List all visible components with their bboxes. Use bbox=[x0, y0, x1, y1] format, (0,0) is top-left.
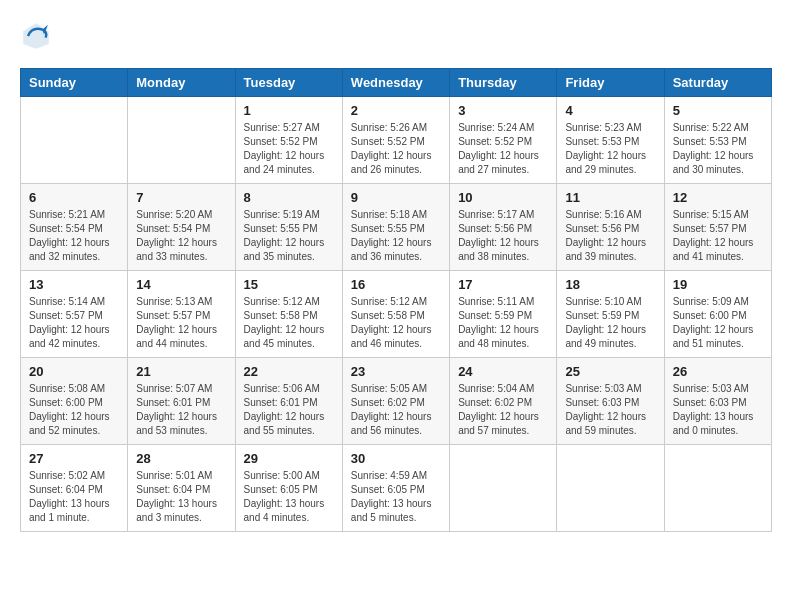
day-number: 22 bbox=[244, 364, 334, 379]
day-info: Sunrise: 5:00 AMSunset: 6:05 PMDaylight:… bbox=[244, 469, 334, 525]
calendar-cell: 19Sunrise: 5:09 AMSunset: 6:00 PMDayligh… bbox=[664, 271, 771, 358]
calendar-cell: 25Sunrise: 5:03 AMSunset: 6:03 PMDayligh… bbox=[557, 358, 664, 445]
calendar-cell: 22Sunrise: 5:06 AMSunset: 6:01 PMDayligh… bbox=[235, 358, 342, 445]
calendar-cell: 7Sunrise: 5:20 AMSunset: 5:54 PMDaylight… bbox=[128, 184, 235, 271]
day-number: 9 bbox=[351, 190, 441, 205]
day-number: 13 bbox=[29, 277, 119, 292]
calendar-cell: 14Sunrise: 5:13 AMSunset: 5:57 PMDayligh… bbox=[128, 271, 235, 358]
calendar-cell: 2Sunrise: 5:26 AMSunset: 5:52 PMDaylight… bbox=[342, 97, 449, 184]
week-row-5: 27Sunrise: 5:02 AMSunset: 6:04 PMDayligh… bbox=[21, 445, 772, 532]
calendar-cell: 23Sunrise: 5:05 AMSunset: 6:02 PMDayligh… bbox=[342, 358, 449, 445]
day-number: 14 bbox=[136, 277, 226, 292]
day-number: 2 bbox=[351, 103, 441, 118]
day-info: Sunrise: 5:11 AMSunset: 5:59 PMDaylight:… bbox=[458, 295, 548, 351]
day-info: Sunrise: 5:13 AMSunset: 5:57 PMDaylight:… bbox=[136, 295, 226, 351]
week-row-3: 13Sunrise: 5:14 AMSunset: 5:57 PMDayligh… bbox=[21, 271, 772, 358]
calendar-cell: 11Sunrise: 5:16 AMSunset: 5:56 PMDayligh… bbox=[557, 184, 664, 271]
day-number: 4 bbox=[565, 103, 655, 118]
calendar-cell: 6Sunrise: 5:21 AMSunset: 5:54 PMDaylight… bbox=[21, 184, 128, 271]
calendar-cell: 15Sunrise: 5:12 AMSunset: 5:58 PMDayligh… bbox=[235, 271, 342, 358]
day-number: 26 bbox=[673, 364, 763, 379]
calendar-cell: 27Sunrise: 5:02 AMSunset: 6:04 PMDayligh… bbox=[21, 445, 128, 532]
calendar-cell bbox=[21, 97, 128, 184]
calendar-cell: 16Sunrise: 5:12 AMSunset: 5:58 PMDayligh… bbox=[342, 271, 449, 358]
week-row-4: 20Sunrise: 5:08 AMSunset: 6:00 PMDayligh… bbox=[21, 358, 772, 445]
day-info: Sunrise: 5:03 AMSunset: 6:03 PMDaylight:… bbox=[565, 382, 655, 438]
day-info: Sunrise: 5:07 AMSunset: 6:01 PMDaylight:… bbox=[136, 382, 226, 438]
calendar-table: SundayMondayTuesdayWednesdayThursdayFrid… bbox=[20, 68, 772, 532]
day-number: 17 bbox=[458, 277, 548, 292]
day-info: Sunrise: 5:04 AMSunset: 6:02 PMDaylight:… bbox=[458, 382, 548, 438]
calendar-cell: 9Sunrise: 5:18 AMSunset: 5:55 PMDaylight… bbox=[342, 184, 449, 271]
calendar-cell: 13Sunrise: 5:14 AMSunset: 5:57 PMDayligh… bbox=[21, 271, 128, 358]
calendar-cell bbox=[557, 445, 664, 532]
calendar-cell: 12Sunrise: 5:15 AMSunset: 5:57 PMDayligh… bbox=[664, 184, 771, 271]
week-row-1: 1Sunrise: 5:27 AMSunset: 5:52 PMDaylight… bbox=[21, 97, 772, 184]
day-number: 5 bbox=[673, 103, 763, 118]
calendar-cell: 20Sunrise: 5:08 AMSunset: 6:00 PMDayligh… bbox=[21, 358, 128, 445]
day-info: Sunrise: 5:15 AMSunset: 5:57 PMDaylight:… bbox=[673, 208, 763, 264]
logo-icon bbox=[20, 20, 52, 52]
logo bbox=[20, 20, 56, 52]
week-row-2: 6Sunrise: 5:21 AMSunset: 5:54 PMDaylight… bbox=[21, 184, 772, 271]
day-number: 29 bbox=[244, 451, 334, 466]
day-info: Sunrise: 5:14 AMSunset: 5:57 PMDaylight:… bbox=[29, 295, 119, 351]
header bbox=[20, 20, 772, 52]
calendar-cell bbox=[128, 97, 235, 184]
day-header-friday: Friday bbox=[557, 69, 664, 97]
day-info: Sunrise: 5:20 AMSunset: 5:54 PMDaylight:… bbox=[136, 208, 226, 264]
day-info: Sunrise: 5:21 AMSunset: 5:54 PMDaylight:… bbox=[29, 208, 119, 264]
day-number: 25 bbox=[565, 364, 655, 379]
day-info: Sunrise: 5:08 AMSunset: 6:00 PMDaylight:… bbox=[29, 382, 119, 438]
day-number: 16 bbox=[351, 277, 441, 292]
calendar-cell: 29Sunrise: 5:00 AMSunset: 6:05 PMDayligh… bbox=[235, 445, 342, 532]
day-info: Sunrise: 5:01 AMSunset: 6:04 PMDaylight:… bbox=[136, 469, 226, 525]
calendar-cell: 10Sunrise: 5:17 AMSunset: 5:56 PMDayligh… bbox=[450, 184, 557, 271]
day-header-sunday: Sunday bbox=[21, 69, 128, 97]
day-number: 21 bbox=[136, 364, 226, 379]
day-info: Sunrise: 5:03 AMSunset: 6:03 PMDaylight:… bbox=[673, 382, 763, 438]
calendar-cell: 26Sunrise: 5:03 AMSunset: 6:03 PMDayligh… bbox=[664, 358, 771, 445]
day-info: Sunrise: 5:16 AMSunset: 5:56 PMDaylight:… bbox=[565, 208, 655, 264]
day-header-monday: Monday bbox=[128, 69, 235, 97]
day-number: 23 bbox=[351, 364, 441, 379]
day-number: 3 bbox=[458, 103, 548, 118]
calendar-cell: 3Sunrise: 5:24 AMSunset: 5:52 PMDaylight… bbox=[450, 97, 557, 184]
day-header-thursday: Thursday bbox=[450, 69, 557, 97]
day-number: 10 bbox=[458, 190, 548, 205]
calendar-header-row: SundayMondayTuesdayWednesdayThursdayFrid… bbox=[21, 69, 772, 97]
day-info: Sunrise: 5:05 AMSunset: 6:02 PMDaylight:… bbox=[351, 382, 441, 438]
day-header-wednesday: Wednesday bbox=[342, 69, 449, 97]
day-number: 6 bbox=[29, 190, 119, 205]
day-info: Sunrise: 5:12 AMSunset: 5:58 PMDaylight:… bbox=[351, 295, 441, 351]
day-info: Sunrise: 5:10 AMSunset: 5:59 PMDaylight:… bbox=[565, 295, 655, 351]
calendar-cell: 24Sunrise: 5:04 AMSunset: 6:02 PMDayligh… bbox=[450, 358, 557, 445]
day-info: Sunrise: 5:12 AMSunset: 5:58 PMDaylight:… bbox=[244, 295, 334, 351]
day-info: Sunrise: 5:22 AMSunset: 5:53 PMDaylight:… bbox=[673, 121, 763, 177]
day-info: Sunrise: 5:02 AMSunset: 6:04 PMDaylight:… bbox=[29, 469, 119, 525]
day-number: 7 bbox=[136, 190, 226, 205]
calendar-cell: 17Sunrise: 5:11 AMSunset: 5:59 PMDayligh… bbox=[450, 271, 557, 358]
calendar-cell: 18Sunrise: 5:10 AMSunset: 5:59 PMDayligh… bbox=[557, 271, 664, 358]
calendar-cell: 4Sunrise: 5:23 AMSunset: 5:53 PMDaylight… bbox=[557, 97, 664, 184]
day-info: Sunrise: 5:19 AMSunset: 5:55 PMDaylight:… bbox=[244, 208, 334, 264]
day-info: Sunrise: 4:59 AMSunset: 6:05 PMDaylight:… bbox=[351, 469, 441, 525]
day-header-tuesday: Tuesday bbox=[235, 69, 342, 97]
day-number: 27 bbox=[29, 451, 119, 466]
day-info: Sunrise: 5:23 AMSunset: 5:53 PMDaylight:… bbox=[565, 121, 655, 177]
day-number: 28 bbox=[136, 451, 226, 466]
day-number: 12 bbox=[673, 190, 763, 205]
day-info: Sunrise: 5:06 AMSunset: 6:01 PMDaylight:… bbox=[244, 382, 334, 438]
day-info: Sunrise: 5:09 AMSunset: 6:00 PMDaylight:… bbox=[673, 295, 763, 351]
day-info: Sunrise: 5:26 AMSunset: 5:52 PMDaylight:… bbox=[351, 121, 441, 177]
calendar-cell bbox=[450, 445, 557, 532]
calendar-cell: 30Sunrise: 4:59 AMSunset: 6:05 PMDayligh… bbox=[342, 445, 449, 532]
day-header-saturday: Saturday bbox=[664, 69, 771, 97]
day-number: 24 bbox=[458, 364, 548, 379]
day-number: 18 bbox=[565, 277, 655, 292]
day-number: 20 bbox=[29, 364, 119, 379]
day-info: Sunrise: 5:27 AMSunset: 5:52 PMDaylight:… bbox=[244, 121, 334, 177]
calendar-cell bbox=[664, 445, 771, 532]
day-number: 30 bbox=[351, 451, 441, 466]
day-info: Sunrise: 5:24 AMSunset: 5:52 PMDaylight:… bbox=[458, 121, 548, 177]
